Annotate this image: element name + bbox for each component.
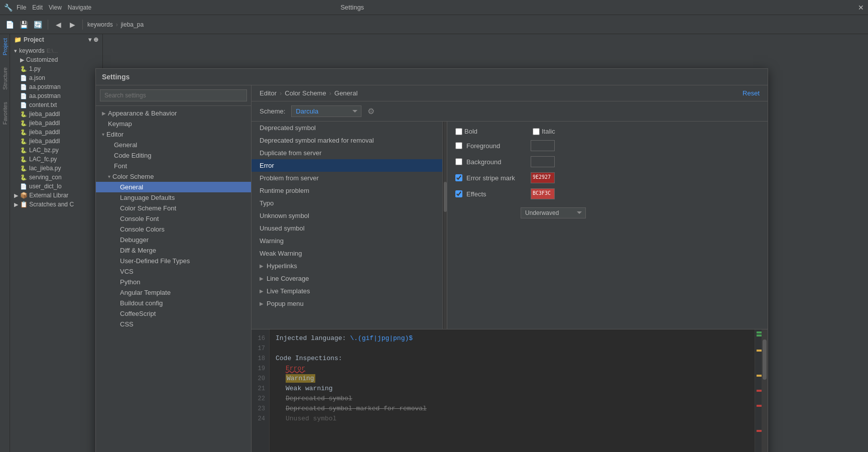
settings-item-console-font[interactable]: Console Font	[96, 213, 251, 224]
error-stripe-color-box[interactable]: 9E2927	[531, 172, 555, 183]
project-options[interactable]: ▾	[88, 36, 91, 43]
cs-item-problem[interactable]: Problem from server	[252, 172, 442, 184]
settings-item-general[interactable]: General	[96, 140, 251, 150]
tree-item-content[interactable]: 📄 content.txt	[10, 100, 102, 109]
cs-item-duplicate[interactable]: Duplicate from server	[252, 147, 442, 159]
settings-item-lang-defaults[interactable]: Language Defaults	[96, 192, 251, 203]
save-button[interactable]: 💾	[18, 19, 29, 30]
italic-checkbox[interactable]	[533, 128, 540, 135]
tree-item-jieba3[interactable]: 🐍 jieba_paddl	[10, 128, 102, 137]
tree-item-extlibs[interactable]: ▶ 📦 External Librar	[10, 191, 102, 200]
effects-checkbox[interactable]	[455, 190, 462, 197]
sync-button[interactable]: 🔄	[32, 19, 43, 30]
effects-dropdown-container: Underwaved Underscored Bordered Box Roun…	[455, 204, 760, 218]
foreground-row: Foreground	[455, 140, 760, 151]
settings-item-code-editing[interactable]: Code Editing	[96, 150, 251, 161]
effects-color-box[interactable]: BC3F3C	[531, 188, 555, 199]
cs-item-popup[interactable]: ▶ Popup menu	[252, 297, 442, 310]
project-tab[interactable]: Project	[2, 38, 8, 55]
tree-item-customized[interactable]: ▶ Customized	[10, 55, 102, 64]
cs-item-weak-warning[interactable]: Weak Warning	[252, 247, 442, 260]
tree-item-jieba4[interactable]: 🐍 jieba_paddl	[10, 137, 102, 146]
settings-item-python[interactable]: Python	[96, 277, 251, 287]
cs-item-error[interactable]: Error	[252, 159, 442, 172]
menu-view[interactable]: View	[49, 4, 62, 11]
cs-item-typo[interactable]: Typo	[252, 197, 442, 209]
scheme-settings-button[interactable]: ⚙	[367, 106, 375, 116]
back-button[interactable]: ◀	[53, 19, 64, 30]
line-num-21: 21	[252, 384, 269, 394]
cs-item-label: Runtime problem	[260, 187, 309, 194]
new-button[interactable]: 📄	[4, 19, 15, 30]
settings-item-vcs[interactable]: VCS	[96, 266, 251, 277]
cs-item-unused[interactable]: Unused symbol	[252, 222, 442, 235]
forward-button[interactable]: ▶	[67, 19, 78, 30]
breadcrumb-keyword[interactable]: keywords	[87, 21, 113, 28]
settings-item-angular[interactable]: Angular Template	[96, 287, 251, 298]
menu-edit[interactable]: Edit	[32, 4, 43, 11]
background-color-box[interactable]	[531, 156, 555, 167]
tree-item-aapostman2[interactable]: 📄 aa.postman	[10, 91, 102, 100]
error-stripe-checkbox[interactable]	[455, 174, 462, 181]
reset-button[interactable]: Reset	[742, 89, 760, 97]
preview-scrollbar[interactable]	[762, 329, 768, 452]
settings-item-cs-font[interactable]: Color Scheme Font	[96, 203, 251, 213]
menu-navigate[interactable]: Navigate	[68, 4, 91, 11]
settings-item-appearance[interactable]: ▶ Appearance & Behavior	[96, 108, 251, 119]
cs-item-live-templates[interactable]: ▶ Live Templates	[252, 285, 442, 297]
foreground-checkbox[interactable]	[455, 142, 462, 149]
tree-item-1py[interactable]: 🐍 1.py	[10, 64, 102, 73]
tree-item-userdict[interactable]: 📄 user_dict_lo	[10, 182, 102, 191]
scheme-select[interactable]: Darcula Default High contrast	[291, 105, 361, 117]
toolbar-divider-2	[82, 20, 83, 30]
tree-item-serving[interactable]: 🐍 serving_con	[10, 173, 102, 182]
close-button[interactable]: ✕	[858, 4, 864, 12]
tree-item-scratches[interactable]: ▶ 📋 Scratches and C	[10, 200, 102, 209]
cs-item-deprecated-removal[interactable]: Deprecated symbol marked for removal	[252, 134, 442, 147]
tree-item-keywords[interactable]: ▾ keywords E:\...	[10, 46, 102, 55]
list-scrollbar[interactable]	[443, 122, 447, 329]
cs-item-unknown[interactable]: Unknown symbol	[252, 209, 442, 222]
settings-item-buildout[interactable]: Buildout config	[96, 298, 251, 308]
cs-item-deprecated[interactable]: Deprecated symbol	[252, 122, 442, 134]
cs-item-warning[interactable]: Warning	[252, 235, 442, 247]
tree-item-aapostman1[interactable]: 📄 aa.postman	[10, 82, 102, 91]
bold-checkbox[interactable]	[455, 128, 462, 135]
right-gutter	[755, 329, 762, 452]
project-sidebar: 📁 Project ▾ ⊕ ▾ keywords E:\... ▶ Custom…	[10, 34, 103, 452]
cs-item-runtime[interactable]: Runtime problem	[252, 184, 442, 197]
settings-item-user-defined[interactable]: User-Defined File Types	[96, 256, 251, 266]
tree-item-jieba1[interactable]: 🐍 jieba_paddl	[10, 109, 102, 119]
menu-bar[interactable]: File Edit View Navigate	[17, 4, 91, 11]
menu-file[interactable]: File	[17, 4, 26, 11]
settings-item-console-colors[interactable]: Console Colors	[96, 224, 251, 235]
foreground-color-box[interactable]	[531, 140, 555, 151]
settings-item-color-scheme[interactable]: ▾ Color Scheme	[96, 171, 251, 182]
settings-item-font[interactable]: Font	[96, 161, 251, 171]
settings-item-editor[interactable]: ▾ Editor	[96, 129, 251, 140]
favorites-tab[interactable]: Favorites	[2, 102, 8, 125]
effects-dropdown[interactable]: Underwaved Underscored Bordered Box Roun…	[521, 207, 586, 218]
settings-item-cs-general[interactable]: General	[96, 182, 251, 192]
settings-item-keymap[interactable]: Keymap	[96, 119, 251, 129]
settings-item-coffeescript[interactable]: CoffeeScript	[96, 308, 251, 319]
tree-item-ajson[interactable]: 📄 a.json	[10, 73, 102, 82]
cs-item-hyperlinks[interactable]: ▶ Hyperlinks	[252, 260, 442, 272]
settings-item-css[interactable]: CSS	[96, 319, 251, 329]
tree-item-lacfc[interactable]: 🐍 LAC_fc.py	[10, 155, 102, 164]
breadcrumb-file[interactable]: jieba_pa	[121, 21, 144, 28]
color-scheme-list: Deprecated symbol Deprecated symbol mark…	[252, 122, 443, 329]
cs-item-label: Popup menu	[267, 300, 304, 307]
tree-item-lacjieba[interactable]: 🐍 lac_jieba.py	[10, 164, 102, 173]
settings-search-input[interactable]	[100, 89, 247, 101]
settings-item-diff-merge[interactable]: Diff & Merge	[96, 245, 251, 256]
structure-tab[interactable]: Structure	[2, 67, 8, 90]
cs-item-line-coverage[interactable]: ▶ Line Coverage	[252, 272, 442, 285]
settings-item-debugger[interactable]: Debugger	[96, 235, 251, 245]
expand-icon: ▶	[260, 301, 264, 306]
background-checkbox[interactable]	[455, 158, 462, 165]
tree-item-jieba2[interactable]: 🐍 jieba_paddl	[10, 119, 102, 128]
project-add[interactable]: ⊕	[93, 36, 98, 43]
gutter-mark-red1	[757, 390, 762, 392]
tree-item-lacbz[interactable]: 🐍 LAC_bz.py	[10, 146, 102, 155]
